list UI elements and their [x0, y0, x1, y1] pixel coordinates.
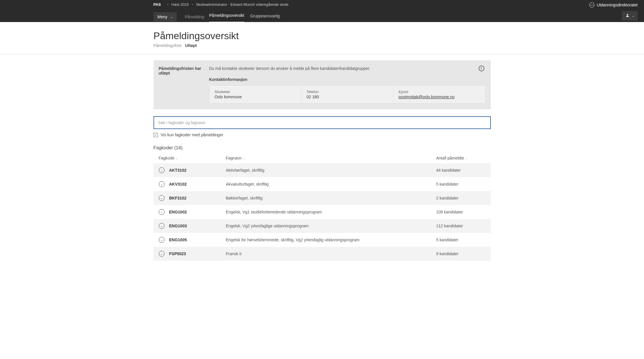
table-row[interactable]: ⌄AKT3102Aktivitørfaget, skriftlig44 kand…	[154, 163, 491, 177]
breadcrumb: PAS • Høst 2015 • Skoleadministrator - E…	[154, 0, 491, 7]
row-fagnavn: Engelsk, Vg1 studieforberedende utdannin…	[226, 210, 436, 214]
contact-phone-label: Telefon	[307, 90, 388, 94]
topbar: PAS • Høst 2015 • Skoleadministrator - E…	[0, 0, 644, 22]
breadcrumb-separator: •	[192, 2, 193, 7]
expand-icon[interactable]: ⌄	[159, 251, 165, 257]
col-header-antall[interactable]: Antall påmeldte ⌄	[436, 156, 486, 160]
contact-owner-label: Skoleeier	[215, 90, 296, 94]
brand-text: Utdanningsdirektoratet	[597, 3, 638, 7]
contact-owner-value: Oslo kommune	[215, 95, 296, 99]
contact-email-link[interactable]: postmottak@oslo.kommune.no	[399, 95, 455, 99]
expand-icon[interactable]: ⌄	[159, 237, 165, 243]
table-body: ⌄AKT3102Aktivitørfaget, skriftlig44 kand…	[154, 163, 491, 261]
tab-pameldingsoversikt[interactable]: Påmeldingsoversikt	[209, 11, 244, 23]
filter-checkbox-label: Vis kun fagkoder med påmeldinger	[161, 133, 223, 137]
contact-grid: Skoleeier Oslo kommune Telefon 02 180 Ep…	[209, 85, 486, 104]
chevron-down-icon: ⌄	[170, 15, 173, 19]
row-fagnavn: Aktivitørfaget, skriftlig	[226, 168, 436, 173]
page-header-wrap: Påmeldingsoversikt Påmeldingsfrist: Utlø…	[0, 22, 644, 55]
row-antall: 2 kandidater	[436, 196, 486, 200]
page-title: Påmeldingsoversikt	[154, 30, 491, 41]
search-input[interactable]	[154, 116, 491, 129]
table-row[interactable]: ⌄ENG1002Engelsk, Vg1 studieforberedende …	[154, 205, 491, 219]
table-row[interactable]: ⌄ENG1005Engelsk for hørselshemmede, skri…	[154, 233, 491, 247]
breadcrumb-role[interactable]: Skoleadministrator - Edvard Munch videre…	[196, 2, 288, 7]
row-antall: 5 kandidater	[436, 182, 486, 186]
deadline-value: Utløpt	[185, 43, 197, 48]
app-name[interactable]: PAS	[154, 2, 161, 7]
row-fagkode: ENG1005	[169, 237, 226, 242]
notice-panel: ! Påmeldingsfristen har utløpt Du må kon…	[154, 60, 491, 109]
row-fagkode: FSP5023	[169, 251, 226, 256]
breadcrumb-separator: •	[167, 2, 169, 7]
row-antall: 112 kandidater	[436, 224, 486, 228]
col-header-fagkode-label: Fagkode	[159, 156, 174, 160]
user-menu-button[interactable]: ⌄	[622, 11, 638, 21]
expand-icon[interactable]: ⌄	[159, 181, 165, 187]
row-fagkode: ENG1003	[169, 224, 226, 228]
table-row[interactable]: ⌄FSP5023Fransk II9 kandidater	[154, 247, 491, 261]
contact-phone-value: 02 180	[307, 95, 388, 99]
menu-button[interactable]: Meny ⌄	[154, 12, 177, 21]
list-header: Fagkode ⌄ Fagnavn ⌄ Antall påmeldte ⌄	[154, 156, 491, 163]
list-title: Fagkoder (14)	[154, 145, 491, 151]
row-fagkode: AKT3102	[169, 168, 226, 173]
brand: Utdanningsdirektoratet	[589, 2, 638, 8]
checkbox-icon: ✓	[154, 133, 158, 137]
col-header-fagnavn-label: Fagnavn	[226, 156, 242, 160]
row-fagnavn: Engelsk, Vg2 yrkesfaglige utdanningsprog…	[226, 224, 436, 228]
menu-button-label: Meny	[158, 14, 167, 19]
row-fagnavn: Akvakulturfaget, skriftlig	[226, 182, 436, 186]
col-header-fagnavn[interactable]: Fagnavn ⌄	[226, 156, 436, 160]
row-fagkode: ENG1002	[169, 210, 226, 214]
brand-logo-icon	[589, 2, 594, 8]
alert-icon: !	[479, 66, 484, 71]
col-header-fagkode[interactable]: Fagkode ⌄	[159, 156, 226, 160]
col-header-antall-label: Antall påmeldte	[436, 156, 464, 160]
notice-message: Du må kontakte skoleeier dersom du ønske…	[209, 66, 486, 71]
chevron-down-icon: ⌄	[243, 157, 245, 160]
chevron-down-icon: ⌄	[465, 157, 468, 160]
nav-section-label: Påmelding:	[185, 14, 205, 19]
chevron-down-icon: ⌄	[632, 14, 634, 17]
row-antall: 5 kandidater	[436, 237, 486, 242]
row-fagnavn: Fransk II	[226, 251, 436, 256]
svg-point-0	[627, 14, 628, 15]
table-row[interactable]: ⌄AKV3102Akvakulturfaget, skriftlig5 kand…	[154, 177, 491, 191]
row-antall: 109 kandidater	[436, 210, 486, 214]
expand-icon[interactable]: ⌄	[159, 195, 165, 201]
contact-phone: Telefon 02 180	[301, 86, 393, 103]
contact-title: Kontaktinformasjon	[209, 77, 486, 82]
contact-email-label: Epost	[399, 90, 480, 94]
row-antall: 9 kandidater	[436, 251, 486, 256]
expand-icon[interactable]: ⌄	[159, 209, 165, 215]
deadline-info: Påmeldingsfrist: Utløpt	[154, 43, 491, 48]
chevron-down-icon: ⌄	[176, 157, 178, 160]
user-icon	[625, 13, 630, 18]
table-row[interactable]: ⌄BKF3102Bøkkerfaget, skriftlig2 kandidat…	[154, 191, 491, 205]
breadcrumb-term[interactable]: Høst 2015	[172, 2, 189, 7]
contact-email: Epost postmottak@oslo.kommune.no	[393, 86, 485, 103]
row-fagnavn: Bøkkerfaget, skriftlig	[226, 196, 436, 200]
expand-icon[interactable]: ⌄	[159, 223, 165, 229]
tab-gruppeansvarlig[interactable]: Gruppeansvarlig	[250, 11, 280, 22]
contact-owner: Skoleeier Oslo kommune	[209, 86, 302, 103]
deadline-label: Påmeldingsfrist:	[154, 43, 183, 48]
nav-row: Meny ⌄ Påmelding: Påmeldingsoversikt Gru…	[154, 11, 491, 23]
expand-icon[interactable]: ⌄	[159, 167, 165, 173]
row-fagnavn: Engelsk for hørselshemmede, skriftlig, V…	[226, 237, 436, 242]
row-antall: 44 kandidater	[436, 168, 486, 173]
filter-checkbox-row[interactable]: ✓ Vis kun fagkoder med påmeldinger	[154, 133, 491, 137]
table-row[interactable]: ⌄ENG1003Engelsk, Vg2 yrkesfaglige utdann…	[154, 219, 491, 233]
notice-heading: Påmeldingsfristen har utløpt	[159, 66, 202, 104]
row-fagkode: AKV3102	[169, 182, 226, 186]
row-fagkode: BKF3102	[169, 196, 226, 200]
